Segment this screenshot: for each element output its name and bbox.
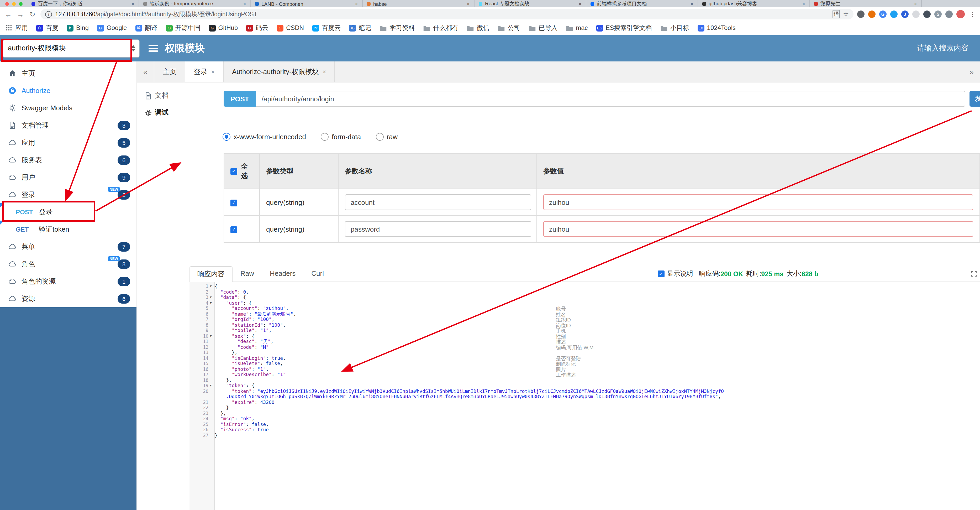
circle-extension-icon[interactable] — [912, 11, 920, 18]
row-checkbox[interactable]: ✓ — [231, 199, 237, 206]
bookmark-item[interactable]: CCSDN — [277, 24, 304, 32]
tab-close-icon[interactable]: × — [323, 68, 326, 75]
back-icon[interactable]: ← — [4, 10, 13, 18]
orange-extension-icon[interactable] — [868, 11, 875, 18]
radio-icon[interactable] — [321, 133, 329, 141]
sidebar-api-登录[interactable]: POST登录 — [0, 203, 137, 221]
response-tab-Headers[interactable]: Headers — [262, 266, 303, 282]
bookmark-item[interactable]: 微信 — [467, 23, 489, 32]
bookmark-item[interactable]: 百百度 — [36, 23, 58, 32]
page-tab-Authorize-authority-权限模块[interactable]: Authorize-authority-权限模块× — [224, 61, 335, 82]
tab-close-icon[interactable]: × — [131, 1, 134, 6]
request-url-input[interactable]: /api/authority/anno/login — [256, 91, 965, 107]
bookmark-item[interactable]: G码云 — [246, 23, 268, 32]
send-button[interactable]: 发送 — [969, 91, 980, 107]
param-name-input[interactable] — [345, 221, 531, 237]
bookmark-item[interactable]: 应用 — [5, 23, 28, 32]
sidebar-item-Swagger Models[interactable]: Swagger Models — [0, 99, 137, 116]
page-info-icon[interactable]: i — [45, 11, 52, 18]
tabs-scroll-left-icon[interactable]: « — [137, 61, 154, 82]
bookmark-item[interactable]: 记笔记 — [349, 23, 371, 32]
tab-close-icon[interactable]: × — [211, 68, 215, 75]
bookmark-item[interactable]: O开源中国 — [165, 23, 200, 32]
bookmark-item[interactable]: 学习资料 — [380, 23, 415, 32]
tab-close-icon[interactable]: × — [914, 1, 917, 6]
tab-close-icon[interactable]: × — [578, 1, 582, 6]
tab-close-icon[interactable]: × — [355, 1, 358, 6]
bookmark-item[interactable]: 云百度云 — [312, 23, 340, 32]
doc-strip-调试[interactable]: 调试 — [144, 106, 184, 119]
sidebar-item-角色的资源[interactable]: 角色的资源1 — [0, 273, 137, 290]
bookmark-item[interactable]: GGitHub — [208, 24, 238, 32]
sidebar-item-资源[interactable]: 资源6 — [0, 290, 137, 307]
tab-close-icon[interactable]: × — [243, 1, 246, 6]
fullscreen-icon[interactable] — [971, 271, 977, 277]
radio-icon[interactable] — [375, 133, 383, 141]
close-window-button[interactable] — [5, 2, 9, 5]
page-tab-登录[interactable]: 登录× — [185, 61, 224, 82]
tabs-scroll-right-icon[interactable]: » — [963, 61, 980, 82]
browser-tab[interactable]: 百度一下，你就知道× — [27, 0, 139, 7]
browser-tab[interactable]: LANB - Componen× — [251, 0, 363, 7]
fold-icon[interactable]: ▾ — [208, 301, 213, 305]
bookmark-star-icon[interactable]: ☆ — [843, 11, 849, 18]
sidebar-item-角色[interactable]: 角色8NEW — [0, 255, 137, 273]
param-value-input[interactable] — [543, 221, 973, 237]
bird-extension-icon[interactable] — [890, 11, 897, 18]
bookmark-item[interactable]: GGoogle — [97, 24, 127, 32]
sidebar-item-主页[interactable]: 主页 — [0, 65, 137, 82]
bookmark-item[interactable]: 译翻译 — [135, 23, 157, 32]
content-type-option[interactable]: x-www-form-urlencoded — [223, 133, 306, 141]
puzzle-extension-icon[interactable] — [945, 11, 953, 18]
browser-tab[interactable]: React 专题文档实战× — [474, 0, 586, 7]
google-extension-icon[interactable]: G — [879, 11, 886, 18]
profile-avatar[interactable] — [956, 10, 965, 18]
browser-tab[interactable]: github pdash兼容博客× — [698, 0, 810, 7]
browser-tab[interactable]: 笔试实例 - temporary-interce× — [139, 0, 251, 7]
browser-tab[interactable]: habse× — [363, 0, 474, 7]
sidebar-item-服务表[interactable]: 服务表6 — [0, 151, 137, 169]
menu-toggle-icon[interactable] — [148, 45, 158, 52]
json-viewer-extension-icon[interactable]: J — [901, 11, 908, 18]
site-extension-icon[interactable]: S — [934, 11, 942, 18]
browser-tab[interactable]: 前端样式参考项目文档× — [586, 0, 698, 7]
minimize-window-button[interactable] — [12, 2, 16, 5]
bookmark-item[interactable]: 公司 — [498, 23, 520, 32]
sidebar-api-验证token[interactable]: GET验证token — [0, 221, 137, 238]
sidebar-item-文档管理[interactable]: 文档管理3 — [0, 116, 137, 134]
bookmark-item[interactable]: ESES搜索引擎文档 — [596, 23, 652, 32]
response-tab-Curl[interactable]: Curl — [303, 266, 332, 282]
reload-icon[interactable]: ↻ — [29, 10, 37, 18]
doc-strip-文档[interactable]: 文档 — [144, 89, 184, 102]
response-tab-响应内容[interactable]: 响应内容 — [189, 266, 232, 282]
bookmark-item[interactable]: mac — [566, 24, 588, 32]
sidebar-item-应用[interactable]: 应用5 — [0, 134, 137, 151]
bookmark-item[interactable]: 101024Tools — [698, 24, 736, 32]
tab-close-icon[interactable]: × — [802, 1, 805, 6]
bookmark-item[interactable]: 小目标 — [660, 23, 689, 32]
shield-extension-icon[interactable] — [923, 11, 931, 18]
param-name-input[interactable] — [345, 194, 531, 210]
fold-icon[interactable]: ▾ — [208, 384, 213, 388]
sidebar-item-用户[interactable]: 用户9 — [0, 169, 137, 186]
fold-icon[interactable]: ▾ — [208, 284, 213, 288]
radio-icon[interactable] — [223, 133, 231, 141]
content-type-option[interactable]: form-data — [321, 133, 361, 141]
header-search-input[interactable]: 请输入搜索内容 — [917, 44, 969, 53]
page-tab-主页[interactable]: 主页 — [154, 61, 185, 82]
param-value-input[interactable] — [543, 194, 973, 210]
row-checkbox[interactable]: ✓ — [231, 226, 237, 233]
capture-extension-icon[interactable] — [857, 11, 864, 18]
tab-close-icon[interactable]: × — [467, 1, 470, 6]
sidebar-item-登录[interactable]: 登录2NEW — [0, 186, 137, 203]
address-bar[interactable]: i 127.0.0.1:8760/api/gate/doc.html#/auth… — [40, 9, 853, 19]
content-type-option[interactable]: raw — [375, 133, 398, 141]
forward-icon[interactable]: → — [16, 10, 25, 18]
show-desc-checkbox[interactable]: ✓ — [657, 271, 664, 277]
fold-icon[interactable]: ▾ — [208, 295, 213, 300]
bookmark-item[interactable]: bBing — [67, 24, 89, 32]
response-tab-Raw[interactable]: Raw — [232, 266, 262, 282]
translate-icon[interactable]: 译 — [832, 10, 840, 18]
bookmark-item[interactable]: 什么都有 — [423, 23, 458, 32]
sidebar-item-菜单[interactable]: 菜单7 — [0, 238, 137, 255]
